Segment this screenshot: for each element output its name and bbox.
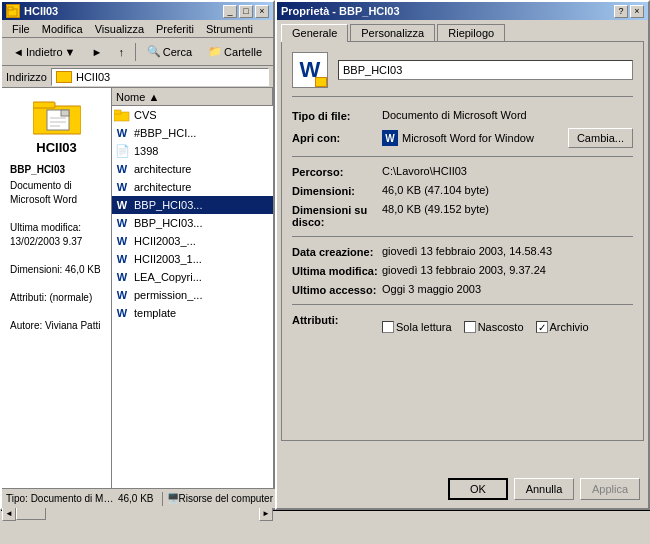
main-title-text: HCII03 <box>24 5 58 17</box>
folders-button[interactable]: 📁 Cartelle <box>201 41 269 63</box>
nascosto-label[interactable]: Nascosto <box>464 321 524 333</box>
sola-lettura-checkbox[interactable] <box>382 321 394 333</box>
annulla-button[interactable]: Annulla <box>514 478 574 500</box>
openwith-row: Apri con: W Microsoft Word for Window Ca… <box>292 128 633 148</box>
separator-1 <box>292 156 633 157</box>
status-computer: Risorse del computer <box>179 493 273 504</box>
list-item[interactable]: 📄 1398 <box>112 142 273 160</box>
menu-file[interactable]: File <box>6 22 36 36</box>
attributes-label: Attributi: <box>292 313 382 326</box>
filetype-label: Tipo di file: <box>292 109 382 122</box>
scroll-right-button[interactable]: ► <box>259 507 273 521</box>
back-button[interactable]: ◄ Indietro ▼ <box>6 41 82 63</box>
main-title-bar: HCII03 _ □ × <box>2 2 273 20</box>
created-label: Data creazione: <box>292 245 382 258</box>
ok-button[interactable]: OK <box>448 478 508 500</box>
dropdown-icon: ▼ <box>65 46 76 58</box>
word-file-icon: W <box>114 252 130 266</box>
search-button[interactable]: 🔍 Cerca <box>140 41 199 63</box>
nascosto-checkbox[interactable] <box>464 321 476 333</box>
list-item[interactable]: W LEA_Copyri... <box>112 268 273 286</box>
list-item[interactable]: W BBP_HCI03... <box>112 214 273 232</box>
list-item[interactable]: W BBP_HCI03... <box>112 196 273 214</box>
modified-row: Ultima modifica: giovedì 13 febbraio 200… <box>292 264 633 277</box>
up-button[interactable]: ↑ <box>111 41 131 63</box>
accessed-row: Ultimo accesso: Oggi 3 maggio 2003 <box>292 283 633 296</box>
tab-riepilogo[interactable]: Riepilogo <box>437 24 505 41</box>
archivio-label[interactable]: Archivio <box>536 321 589 333</box>
horizontal-scrollbar[interactable]: ◄ ► <box>2 506 273 520</box>
file-icon: 📄 <box>114 144 130 158</box>
archivio-checkbox[interactable] <box>536 321 548 333</box>
word-file-icon: W <box>114 270 130 284</box>
status-text: Tipo: Documento di Microsoft Word Autore… <box>6 493 114 504</box>
selected-file-name: BBP_HCI03 <box>10 163 103 177</box>
list-item[interactable]: W architecture <box>112 178 273 196</box>
list-item[interactable]: CVS <box>112 106 273 124</box>
list-item[interactable]: W HCII2003_1... <box>112 250 273 268</box>
scroll-left-button[interactable]: ◄ <box>2 507 16 521</box>
tab-strip: Generale Personalizza Riepilogo <box>277 20 648 41</box>
file-name-text: HCII2003_... <box>134 235 196 247</box>
file-name-text: 1398 <box>134 145 158 157</box>
word-icon-overlay <box>315 77 327 87</box>
forward-button[interactable]: ► <box>84 41 109 63</box>
taskbar-separator <box>162 492 163 506</box>
menu-strumenti[interactable]: Strumenti <box>200 22 259 36</box>
svg-rect-1 <box>8 7 13 10</box>
filetype-row: Tipo di file: Documento di Microsoft Wor… <box>292 109 633 122</box>
word-file-icon: W <box>114 126 130 140</box>
close-button[interactable]: × <box>255 5 269 18</box>
size-row: Dimensioni: 46,0 KB (47.104 byte) <box>292 184 633 197</box>
word-file-icon: W <box>114 288 130 302</box>
list-item[interactable]: W permission_... <box>112 286 273 304</box>
scroll-thumb[interactable] <box>16 507 46 520</box>
separator-2 <box>292 236 633 237</box>
file-name-text: BBP_HCI03... <box>134 217 202 229</box>
sola-lettura-label[interactable]: Sola lettura <box>382 321 452 333</box>
split-pane: HCII03 BBP_HCI03 Documento di Microsoft … <box>2 88 273 506</box>
list-item[interactable]: W #BBP_HCI... <box>112 124 273 142</box>
list-item[interactable]: W HCII2003_... <box>112 232 273 250</box>
svg-rect-3 <box>33 102 55 108</box>
dialog-title-buttons: ? × <box>614 5 644 18</box>
file-name-text: LEA_Copyri... <box>134 271 202 283</box>
menu-preferiti[interactable]: Preferiti <box>150 22 200 36</box>
archivio-text: Archivio <box>550 321 589 333</box>
folder-name-large: HCII03 <box>10 140 103 155</box>
dialog-footer: OK Annulla Applica <box>448 478 640 500</box>
name-column-header[interactable]: Nome ▲ <box>112 88 273 105</box>
status-size: 46,0 KB <box>118 493 154 504</box>
address-content[interactable]: HCII03 <box>51 68 269 86</box>
word-file-icon: W <box>114 306 130 320</box>
dialog-title-bar: Proprietà - BBP_HCI03 ? × <box>277 2 648 20</box>
tab-generale[interactable]: Generale <box>281 24 348 42</box>
scroll-track[interactable] <box>16 507 259 520</box>
dialog-close-button[interactable]: × <box>630 5 644 18</box>
maximize-button[interactable]: □ <box>239 5 253 18</box>
tab-personalizza[interactable]: Personalizza <box>350 24 435 41</box>
list-item[interactable]: W architecture <box>112 160 273 178</box>
list-item[interactable]: W template <box>112 304 273 322</box>
svg-rect-10 <box>114 110 121 114</box>
path-row: Percorso: C:\Lavoro\HCII03 <box>292 165 633 178</box>
size-disk-row: Dimensioni su disco: 48,0 KB (49.152 byt… <box>292 203 633 228</box>
path-label: Percorso: <box>292 165 382 178</box>
dialog-help-button[interactable]: ? <box>614 5 628 18</box>
word-app-icon: W <box>382 130 398 146</box>
filename-input[interactable] <box>338 60 633 80</box>
word-file-icon-selected: W <box>114 198 130 212</box>
cambia-button[interactable]: Cambia... <box>568 128 633 148</box>
menu-visualizza[interactable]: Visualizza <box>89 22 150 36</box>
applica-button[interactable]: Applica <box>580 478 640 500</box>
minimize-button[interactable]: _ <box>223 5 237 18</box>
word-file-icon: W <box>114 162 130 176</box>
accessed-label: Ultimo accesso: <box>292 283 382 296</box>
dialog-title-text: Proprietà - BBP_HCI03 <box>281 5 400 17</box>
menu-modifica[interactable]: Modifica <box>36 22 89 36</box>
open-with-app-name: Microsoft Word for Window <box>402 132 534 144</box>
title-bar-buttons: _ □ × <box>223 5 269 18</box>
created-value: giovedì 13 febbraio 2003, 14.58.43 <box>382 245 633 257</box>
file-attributes: Attributi: (normale) <box>10 291 103 305</box>
main-window-icon <box>6 4 20 18</box>
